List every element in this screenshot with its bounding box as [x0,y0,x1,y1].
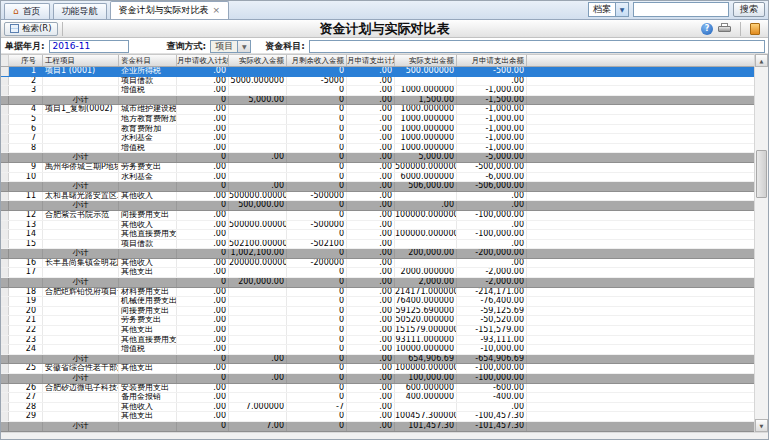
selected-row[interactable]: 1项目1 (0001)企业所得税.000.00500.000000-500.00 [1,67,756,77]
row-selector[interactable] [1,326,9,335]
row-selector[interactable] [1,182,9,191]
subtotal-row[interactable]: 小计0.000.00100,000.00-100,000.00 [1,374,756,384]
vertical-scrollbar[interactable]: ▲ ▼ [754,54,768,432]
row-selector[interactable] [1,230,9,239]
subtotal-row[interactable]: 小计01,002,100.000.00200,000.00-200,000.00 [1,249,756,259]
row-selector[interactable] [1,96,9,105]
table-row[interactable]: 14其他直接费用支出.000.00100000.000000-100,000.0… [1,230,756,240]
table-row[interactable]: 17其他支出.000.002000.000000-2,000.00 [1,268,756,278]
table-row[interactable]: 10水利基金.000.006000.000000-6,000.00 [1,173,756,183]
row-selector[interactable] [1,316,9,325]
row-selector[interactable] [1,384,9,393]
print-icon[interactable] [718,23,731,34]
table-row[interactable]: 7水利基金.000.001000.000000-1,000.00 [1,134,756,144]
table-row[interactable]: 29其他支出.000.00100457.300000-100,457.30 [1,412,756,422]
row-selector[interactable] [1,288,9,297]
subtotal-row[interactable]: 小计07.000.00101,457.30-101,457.30 [1,422,756,432]
column-header[interactable]: 资金科目 [119,55,177,66]
row-selector[interactable] [1,77,9,86]
subtotal-row[interactable]: 小计0.000.005,000.00-5,000.00 [1,153,756,163]
archive-combo[interactable]: 档案 ▼ [588,2,629,17]
row-selector[interactable] [1,163,9,172]
table-row[interactable]: 25安徽省综合性老干部活动中其他支出.000.00100000.000000-1… [1,364,756,374]
row-selector[interactable] [1,115,9,124]
chevron-down-icon[interactable]: ▼ [237,41,250,52]
horizontal-scrollbar[interactable] [1,432,768,439]
tab-close-icon[interactable]: × [213,5,221,15]
period-input[interactable] [49,40,129,53]
table-row[interactable]: 16长丰县尚集镇金明花园三其他收入.00200000.000000-200000… [1,259,756,269]
fund-subject-input[interactable] [309,40,765,53]
help-icon[interactable]: ? [701,23,713,35]
column-header[interactable]: 月申请支出计划额 [347,55,395,66]
table-row[interactable]: 18合肥炬辉铂悦府项目一期二材料费用支出.000.00214171.000000… [1,288,756,298]
table-row[interactable]: 11太和县曙光路安置区工程施其他收入.00500000.000000-50000… [1,192,756,202]
row-selector[interactable] [1,125,9,134]
row-selector[interactable] [1,86,9,95]
table-row[interactable]: 24增值税.000.0010000.000000-10,000.00 [1,345,756,355]
table-row[interactable]: 15项目借款.00502100.000000-502100.00.00 [1,240,756,250]
table-row[interactable]: 26合肥矽迈微电子科技有限公安装费用支出.000.00600.000000-60… [1,384,756,394]
column-header[interactable]: 序号 [9,55,43,66]
scroll-up-icon[interactable]: ▲ [755,54,768,67]
row-selector[interactable] [1,297,9,306]
row-selector[interactable] [1,259,9,268]
global-search-input[interactable] [633,2,729,17]
row-selector[interactable] [1,240,9,249]
global-search-button[interactable]: 搜索 [733,2,765,17]
row-selector[interactable] [1,268,9,277]
table-row[interactable]: 4项目1_复制(0002)城市维护建设税.000.001000.000000-1… [1,105,756,115]
row-selector[interactable] [1,211,9,220]
export-icon[interactable] [750,23,760,35]
table-row[interactable]: 28其他收入.007.000000-7.00.00 [1,403,756,413]
tab-home[interactable]: ⌂ 首页 [4,3,50,19]
chevron-down-icon[interactable]: ▼ [615,3,628,16]
table-row[interactable]: 12合肥紫云书院示范间接费用支出.000.00100000.000000-100… [1,211,756,221]
table-row[interactable]: 27备用金报销.000.00400.000000-400.00 [1,393,756,403]
subtotal-row[interactable]: 小计0.000.00506,000.00-506,000.00 [1,182,756,192]
row-selector[interactable] [1,173,9,182]
row-selector[interactable] [1,412,9,421]
table-row[interactable]: 3增值税.000.001000.000000-1,000.00 [1,86,756,96]
tab-fund-plan-report[interactable]: 资金计划与实际对比表× [110,1,230,19]
row-selector[interactable] [1,355,9,364]
table-row[interactable]: 21劳务费支出.000.0050520.000000-50,520.00 [1,316,756,326]
row-selector[interactable] [1,374,9,383]
table-row[interactable]: 23其他直接费用支出.000.0093111.000000-93,111.00 [1,336,756,346]
row-selector[interactable] [1,144,9,153]
column-header[interactable]: 月剩余收入金额 [287,55,347,66]
row-selector[interactable] [1,364,9,373]
table-row[interactable]: 2项目借款.005000.000000-5000.00.00 [1,77,756,87]
row-selector[interactable] [1,278,9,287]
subtotal-row[interactable]: 小计0500,000.000.00.00.00 [1,201,756,211]
table-row[interactable]: 22其他支出.000.00151579.000000-151,579.00 [1,326,756,336]
row-selector[interactable] [1,192,9,201]
table-row[interactable]: 9禹州华侨城三期P地块建筑安劳务费支出.000.00500000.000000-… [1,163,756,173]
scroll-down-icon[interactable]: ▼ [755,419,768,432]
column-header[interactable]: 实际收入金额 [229,55,287,66]
row-selector[interactable] [1,336,9,345]
row-selector[interactable] [1,67,9,76]
row-selector[interactable] [1,105,9,114]
query-mode-select[interactable]: 项目 ▼ [210,40,251,53]
row-selector[interactable] [1,201,9,210]
row-selector[interactable] [1,153,9,162]
subtotal-row[interactable]: 小计05,000.000.001,500.00-1,500.00 [1,96,756,106]
column-header[interactable]: 月申请支出余额 [457,55,527,66]
row-selector[interactable] [1,403,9,412]
scrollbar-thumb[interactable] [756,150,767,198]
row-selector[interactable] [1,134,9,143]
table-row[interactable]: 13其他收入.00500000.000000-500000.00.00 [1,221,756,231]
row-selector[interactable] [1,221,9,230]
subtotal-row[interactable]: 小计0200,000.000.002,000.00-2,000.00 [1,278,756,288]
tab-function-nav[interactable]: 功能导航 [53,3,107,19]
retrieve-button[interactable]: 检索(R) [4,22,58,36]
column-header[interactable]: 工程项目 [43,55,119,66]
column-header[interactable]: 实际支出金额 [395,55,457,66]
row-selector[interactable] [1,249,9,258]
column-header[interactable]: 月申请收入计划额 [177,55,229,66]
table-row[interactable]: 19机械使用费支出.000.0076400.000000-76,400.00 [1,297,756,307]
row-selector[interactable] [1,307,9,316]
table-row[interactable]: 6教育费附加.000.001000.000000-1,000.00 [1,125,756,135]
row-selector[interactable] [1,345,9,354]
